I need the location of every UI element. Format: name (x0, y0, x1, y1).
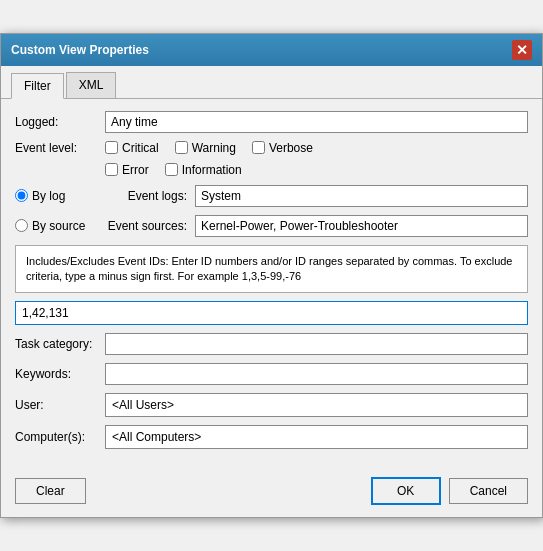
by-log-row: By log Event logs: System Application Se… (15, 185, 528, 207)
logged-select[interactable]: Any time Last hour Last 12 hours Last 24… (105, 111, 528, 133)
event-level-checkboxes2: Error Information (105, 163, 528, 177)
by-source-radio[interactable] (15, 219, 28, 232)
event-id-input[interactable] (15, 301, 528, 325)
by-source-label: By source (32, 219, 85, 233)
computer-label: Computer(s): (15, 430, 105, 444)
verbose-checkbox-item[interactable]: Verbose (252, 141, 313, 155)
event-logs-select[interactable]: System Application Security (195, 185, 528, 207)
tab-xml[interactable]: XML (66, 72, 117, 98)
close-button[interactable]: ✕ (512, 40, 532, 60)
by-source-radio-item[interactable]: By source (15, 219, 105, 233)
tab-bar: Filter XML (1, 66, 542, 99)
clear-button[interactable]: Clear (15, 478, 86, 504)
cancel-button[interactable]: Cancel (449, 478, 528, 504)
error-checkbox[interactable] (105, 163, 118, 176)
by-log-radio-item[interactable]: By log (15, 189, 105, 203)
event-level-checkboxes: Critical Warning Verbose (105, 141, 528, 155)
verbose-label: Verbose (269, 141, 313, 155)
info-box: Includes/Excludes Event IDs: Enter ID nu… (15, 245, 528, 294)
ok-button[interactable]: OK (371, 477, 441, 505)
task-category-row: Task category: (15, 333, 528, 355)
event-logs-label: Event logs: (105, 189, 195, 203)
dialog: Custom View Properties ✕ Filter XML Logg… (0, 33, 543, 519)
keywords-dropdown-container (105, 363, 528, 385)
user-label: User: (15, 398, 105, 412)
keywords-row: Keywords: (15, 363, 528, 385)
event-level-row2: Error Information (15, 163, 528, 177)
task-category-label: Task category: (15, 337, 105, 351)
info-text: Includes/Excludes Event IDs: Enter ID nu… (26, 255, 512, 282)
critical-checkbox[interactable] (105, 141, 118, 154)
event-sources-label: Event sources: (105, 219, 195, 233)
event-logs-dropdown-container: System Application Security (195, 185, 528, 207)
information-label: Information (182, 163, 242, 177)
logged-dropdown-container: Any time Last hour Last 12 hours Last 24… (105, 111, 528, 133)
by-source-row: By source Event sources: Kernel-Power, P… (15, 215, 528, 237)
keywords-select[interactable] (105, 363, 528, 385)
warning-label: Warning (192, 141, 236, 155)
user-row: User: (15, 393, 528, 417)
filter-content: Logged: Any time Last hour Last 12 hours… (1, 99, 542, 470)
error-label: Error (122, 163, 149, 177)
critical-label: Critical (122, 141, 159, 155)
error-checkbox-item[interactable]: Error (105, 163, 149, 177)
event-level-row: Event level: Critical Warning Verbose (15, 141, 528, 155)
dialog-title: Custom View Properties (11, 43, 149, 57)
verbose-checkbox[interactable] (252, 141, 265, 154)
information-checkbox[interactable] (165, 163, 178, 176)
task-category-dropdown-container (105, 333, 528, 355)
tab-filter[interactable]: Filter (11, 73, 64, 99)
computer-row: Computer(s): (15, 425, 528, 449)
event-sources-select[interactable]: Kernel-Power, Power-Troubleshooter (195, 215, 528, 237)
by-log-label: By log (32, 189, 65, 203)
by-log-radio[interactable] (15, 189, 28, 202)
keywords-label: Keywords: (15, 367, 105, 381)
information-checkbox-item[interactable]: Information (165, 163, 242, 177)
radio-section: By log Event logs: System Application Se… (15, 185, 528, 237)
task-category-select[interactable] (105, 333, 528, 355)
warning-checkbox-item[interactable]: Warning (175, 141, 236, 155)
user-input[interactable] (105, 393, 528, 417)
logged-row: Logged: Any time Last hour Last 12 hours… (15, 111, 528, 133)
event-level-label: Event level: (15, 141, 105, 155)
buttons-row: Clear OK Cancel (1, 469, 542, 517)
title-bar: Custom View Properties ✕ (1, 34, 542, 66)
warning-checkbox[interactable] (175, 141, 188, 154)
computer-input[interactable] (105, 425, 528, 449)
logged-label: Logged: (15, 115, 105, 129)
critical-checkbox-item[interactable]: Critical (105, 141, 159, 155)
event-sources-dropdown-container: Kernel-Power, Power-Troubleshooter (195, 215, 528, 237)
